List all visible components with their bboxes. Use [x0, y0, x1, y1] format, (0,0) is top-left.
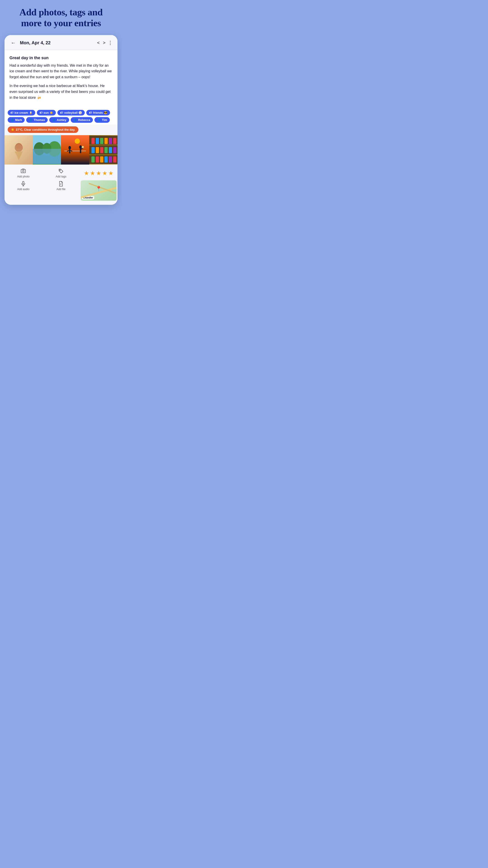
tag-icon: 🏷 [60, 111, 63, 114]
star-4[interactable]: ★ [102, 170, 107, 177]
svg-rect-35 [113, 147, 116, 153]
add-audio-button[interactable]: Add audio [4, 180, 42, 202]
entry-card: ← Mon, Apr 4, 22 < > ⋮ Great day in the … [4, 35, 118, 205]
tag-volleyball[interactable]: 🏷 volleyball 🏐 [57, 110, 85, 116]
photo-icecream-sim [4, 135, 33, 164]
svg-rect-25 [96, 138, 99, 144]
file-icon [58, 181, 64, 187]
weather-icon: ☀️ [11, 128, 14, 131]
entry-paragraph-1: Had a wonderful day with my friends. We … [9, 63, 112, 80]
svg-rect-31 [96, 147, 99, 153]
next-button[interactable]: > [103, 40, 105, 45]
person-icon: 👤 [29, 118, 33, 122]
entry-title: Great day in the sun [9, 56, 112, 60]
person-icon: 👤 [97, 118, 101, 122]
photo-volleyball-sim [61, 135, 89, 164]
photo-beer[interactable] [89, 135, 118, 164]
svg-rect-36 [92, 156, 95, 162]
svg-point-3 [15, 144, 22, 151]
add-tags-label: Add tags [56, 175, 66, 178]
tag-icon: 🏷 [10, 111, 13, 114]
svg-rect-34 [109, 147, 112, 153]
svg-rect-9 [33, 149, 61, 164]
add-audio-label: Add audio [17, 188, 29, 191]
svg-point-20 [82, 146, 84, 148]
svg-rect-41 [113, 156, 116, 162]
tag-label: Rebecca [78, 118, 90, 122]
tag-icon: 🏷 [39, 111, 42, 114]
svg-rect-40 [109, 156, 112, 162]
tag-sun[interactable]: 🏷 sun ☀️ [37, 110, 56, 116]
person-tag-tim[interactable]: 👤 Tim [94, 117, 110, 123]
star-1[interactable]: ★ [84, 170, 89, 177]
add-file-button[interactable]: Add file [42, 180, 80, 202]
svg-rect-30 [92, 147, 95, 153]
star-3[interactable]: ★ [96, 170, 101, 177]
svg-point-44 [60, 170, 60, 170]
action-bar-row2: Add audio Add file 📍 Chandler [4, 180, 118, 205]
entry-date: Mon, Apr 4, 22 [20, 40, 95, 45]
tag-label: Ashley [57, 118, 66, 122]
svg-marker-2 [15, 151, 23, 160]
photo-beer-sim [89, 135, 118, 164]
tag-friends[interactable]: 🏷 friends 😎 [86, 110, 110, 116]
tag-label: sun ☀️ [43, 111, 53, 114]
add-tags-button[interactable]: Add tags [42, 167, 80, 180]
svg-point-13 [68, 146, 71, 149]
tag-label: Thomas [34, 118, 45, 122]
person-icon: 👤 [52, 118, 56, 122]
tag-ice-cream[interactable]: 🏷 ice cream 🍦 [8, 110, 35, 116]
entry-paragraph-2: In the evening we had a nice barbecue at… [9, 83, 112, 100]
tag-label: ice cream 🍦 [14, 111, 33, 114]
tags-section: 🏷 ice cream 🍦 🏷 sun ☀️ 🏷 volleyball 🏐 🏷 … [4, 107, 118, 125]
person-tag-rebecca[interactable]: 👤 Rebecca [71, 117, 93, 123]
add-photo-button[interactable]: Add photo [4, 167, 42, 180]
svg-rect-26 [100, 138, 103, 144]
svg-rect-42 [21, 169, 26, 173]
svg-point-11 [75, 138, 80, 144]
photo-icon [20, 168, 26, 174]
map-thumbnail[interactable]: 📍 Chandler [80, 180, 117, 201]
svg-rect-39 [104, 156, 107, 162]
star-5[interactable]: ★ [108, 170, 113, 177]
tag-icon: 🏷 [89, 111, 92, 114]
photo-river-sim [33, 135, 61, 164]
svg-point-17 [79, 145, 82, 149]
person-tag-mark[interactable]: 👤 Mark [8, 117, 25, 123]
more-menu-button[interactable]: ⋮ [108, 40, 113, 46]
headline-line2: more to your entries [21, 18, 101, 28]
svg-rect-33 [104, 147, 107, 153]
tag-icon [58, 168, 64, 174]
svg-rect-37 [96, 156, 99, 162]
photo-river[interactable] [33, 135, 61, 164]
back-button[interactable]: ← [9, 39, 18, 47]
tag-label: friends 😎 [93, 111, 107, 114]
weather-bar: ☀️ 27°C, Clear conditions throughout the… [8, 126, 78, 133]
person-tag-ashley[interactable]: 👤 Ashley [49, 117, 69, 123]
map-pin-icon: 📍 [96, 186, 102, 192]
photos-strip [4, 135, 118, 164]
person-tag-thomas[interactable]: 👤 Thomas [26, 117, 48, 123]
star-2[interactable]: ★ [90, 170, 95, 177]
svg-rect-32 [100, 147, 103, 153]
svg-rect-29 [113, 138, 116, 144]
svg-rect-45 [23, 181, 24, 184]
microphone-icon [20, 181, 26, 187]
card-header: ← Mon, Apr 4, 22 < > ⋮ [4, 35, 118, 50]
weather-text: 27°C, Clear conditions throughout the da… [16, 128, 75, 131]
svg-rect-22 [89, 145, 118, 146]
person-icon: 👤 [73, 118, 77, 122]
svg-rect-23 [89, 154, 118, 155]
svg-rect-24 [92, 138, 95, 144]
svg-rect-14 [69, 149, 70, 153]
photo-icecream[interactable] [4, 135, 33, 164]
person-icon: 👤 [10, 118, 14, 122]
entry-body: Great day in the sun Had a wonderful day… [4, 50, 118, 108]
nav-arrows: < > [97, 40, 105, 45]
prev-button[interactable]: < [97, 40, 100, 45]
headline-line1: Add photos, tags and [20, 7, 103, 18]
rating-stars[interactable]: ★ ★ ★ ★ ★ [80, 167, 118, 180]
svg-rect-18 [80, 149, 81, 153]
photo-volleyball[interactable] [61, 135, 89, 164]
svg-rect-27 [104, 138, 107, 144]
